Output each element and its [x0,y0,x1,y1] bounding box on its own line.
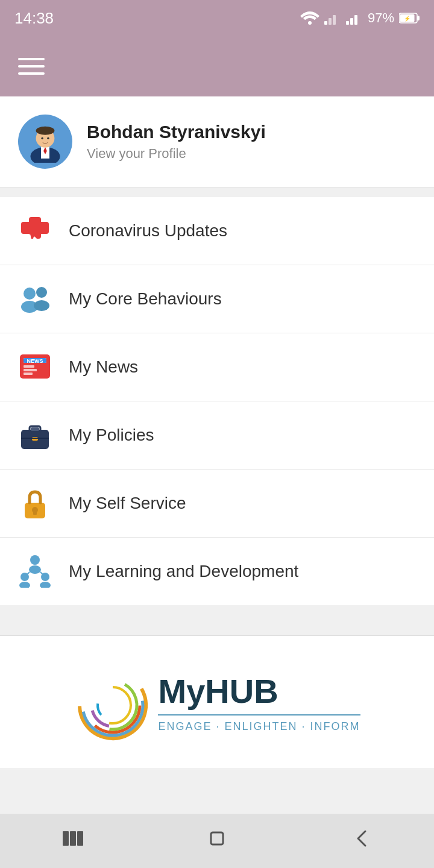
coronavirus-label: Coronavirus Updates [69,221,227,241]
svg-point-0 [308,21,312,25]
svg-point-20 [24,288,36,300]
menu-item-my-news[interactable]: NEWS My News [0,333,434,401]
home-button[interactable] [187,820,247,862]
svg-rect-6 [354,15,357,25]
logo-circle-svg [74,666,152,744]
svg-rect-55 [63,831,69,846]
coronavirus-icon [18,214,52,248]
my-learning-label: My Learning and Development [69,562,298,581]
profile-view-link[interactable]: View your Profile [87,146,266,162]
hamburger-menu[interactable] [18,58,45,75]
svg-point-23 [34,300,49,311]
menu-item-my-learning[interactable]: My Learning and Development [0,538,434,605]
svg-rect-29 [24,369,37,371]
my-policies-icon [18,418,52,452]
svg-rect-33 [31,427,39,431]
svg-rect-2 [329,18,332,25]
footer-logo-section: MyHUB ENGAGE · ENLIGHTEN · INFORM [0,635,434,769]
recents-icon [60,826,84,851]
profile-section: Bohdan Styranivskyi View your Profile [0,96,434,187]
menu-item-core-behaviours[interactable]: My Core Behaviours [0,265,434,333]
svg-rect-9 [417,16,420,20]
menu-item-my-self-service[interactable]: My Self Service [0,470,434,538]
coronavirus-icon-svg [19,215,51,247]
svg-rect-56 [70,831,76,846]
avatar-image [24,121,66,163]
my-news-label: My News [69,357,138,377]
svg-rect-57 [77,831,83,846]
status-icons: 97% ⚡ [300,10,420,26]
svg-text:⚡: ⚡ [404,15,411,22]
battery-percent: 97% [368,10,394,26]
my-policies-label: My Policies [69,426,154,445]
battery-icon: ⚡ [399,13,420,24]
myhub-logo-circle [74,666,146,738]
menu-item-coronavirus[interactable]: Coronavirus Updates [0,197,434,265]
learning-icon-svg [19,555,51,588]
bottom-nav-bar [0,814,434,868]
myhub-tagline: ENGAGE · ENLIGHTEN · INFORM [158,714,360,733]
back-button[interactable] [332,820,392,862]
svg-point-42 [19,582,30,588]
svg-text:NEWS: NEWS [27,358,43,364]
people-icon-svg [19,283,51,315]
my-news-icon: NEWS [18,350,52,384]
app-header [0,36,434,96]
myhub-my: My [158,672,205,710]
profile-name: Bohdan Styranivskyi [87,122,266,142]
svg-point-22 [36,287,47,298]
svg-rect-19 [29,217,41,239]
svg-rect-1 [324,21,327,25]
recents-button[interactable] [42,820,102,862]
home-icon [205,826,229,851]
lock-icon-svg [19,487,51,520]
svg-rect-4 [346,21,349,25]
svg-rect-5 [350,18,353,25]
svg-point-44 [40,582,51,588]
svg-rect-58 [211,832,223,844]
menu-section: Coronavirus Updates My Core Behaviours [0,197,434,605]
svg-rect-28 [24,365,34,368]
spacer [0,605,434,623]
myhub-hub: HUB [205,672,278,710]
news-icon-svg: NEWS [19,351,51,383]
svg-rect-3 [333,15,336,25]
svg-point-40 [29,565,41,574]
my-learning-icon [18,555,52,588]
my-self-service-label: My Self Service [69,494,186,513]
status-bar: 14:38 97% ⚡ [0,0,434,36]
svg-point-16 [41,137,43,140]
core-behaviours-label: My Core Behaviours [69,289,222,309]
profile-info: Bohdan Styranivskyi View your Profile [87,122,266,162]
briefcase-icon-svg [19,419,51,451]
svg-point-54 [102,694,124,716]
svg-rect-30 [24,373,33,375]
signal-icon [324,11,341,25]
svg-point-15 [36,127,55,135]
svg-point-39 [30,555,40,565]
status-time: 14:38 [14,9,54,28]
avatar[interactable] [18,115,72,169]
menu-item-my-policies[interactable]: My Policies [0,401,434,470]
wifi-icon [300,11,319,25]
svg-point-17 [47,137,49,140]
myhub-name: MyHUB [158,671,278,711]
core-behaviours-icon [18,282,52,316]
back-icon [350,826,374,851]
my-self-service-icon [18,486,52,520]
signal-icon-2 [346,11,363,25]
myhub-logo-text: MyHUB ENGAGE · ENLIGHTEN · INFORM [158,671,360,733]
svg-rect-38 [33,511,37,515]
